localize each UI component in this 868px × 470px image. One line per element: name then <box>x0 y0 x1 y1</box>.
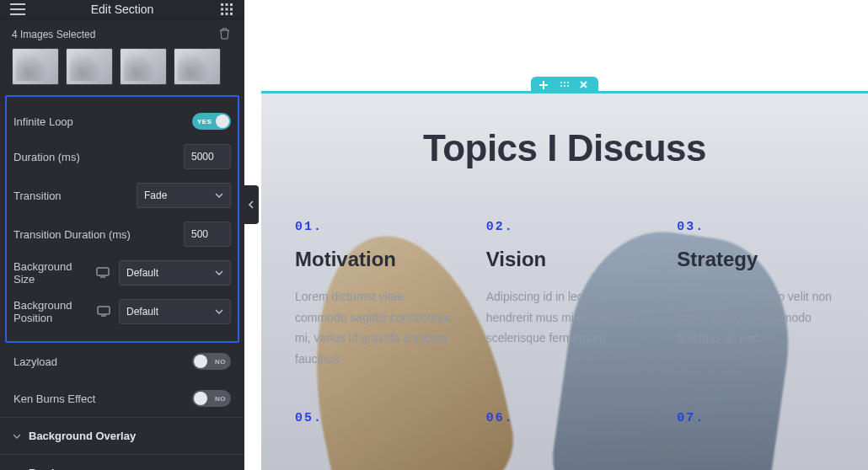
transition-duration-input[interactable] <box>184 222 231 247</box>
canvas-preview: Topics I Discuss 01. Motivation Lorem di… <box>244 0 868 470</box>
topic-title: Motivation <box>295 248 453 271</box>
chevron-down-icon <box>215 193 223 198</box>
image-thumb[interactable] <box>174 48 221 85</box>
sidebar-header: Edit Section <box>0 0 244 19</box>
lazyload-label: Lazyload <box>13 355 192 368</box>
svg-rect-10 <box>98 307 110 314</box>
drag-section-icon[interactable] <box>560 81 570 91</box>
border-accordion[interactable]: Border <box>0 454 244 470</box>
add-section-icon[interactable] <box>539 81 549 91</box>
infinite-loop-toggle[interactable]: YES <box>192 113 231 130</box>
bg-position-label: Background Position <box>13 299 110 324</box>
svg-rect-7 <box>226 13 228 15</box>
duration-input[interactable] <box>184 144 231 169</box>
image-thumbnails <box>12 48 233 85</box>
topic-number: 07. <box>677 411 834 425</box>
svg-rect-0 <box>221 3 223 6</box>
svg-rect-5 <box>230 8 233 11</box>
topic-title: Strategy <box>677 248 834 271</box>
chevron-down-icon <box>215 270 223 275</box>
svg-rect-8 <box>230 13 233 15</box>
topic-text: Lorem dictumst vitae commodo sagittis co… <box>295 286 453 369</box>
svg-point-15 <box>564 85 565 87</box>
chevron-down-icon <box>215 309 223 314</box>
desktop-icon[interactable] <box>96 267 110 279</box>
bg-position-select[interactable]: Default <box>119 299 231 324</box>
images-count-label: 4 Images Selected <box>12 29 95 40</box>
svg-rect-1 <box>226 3 228 6</box>
menu-icon[interactable] <box>8 0 27 19</box>
topic-column: 02. Vision Adipiscing id in lectus hendr… <box>486 220 644 369</box>
svg-rect-2 <box>230 3 233 6</box>
caret-right-icon <box>13 433 20 440</box>
section-controls <box>531 77 598 95</box>
svg-rect-4 <box>226 8 228 11</box>
transition-duration-label: Transition Duration (ms) <box>13 228 184 241</box>
lazyload-toggle[interactable]: NO <box>192 353 231 370</box>
sidebar-title: Edit Section <box>27 3 217 16</box>
topic-text: Adipiscing id in lectus hendrerit mus mi… <box>486 286 644 349</box>
ken-burns-label: Ken Burns Effect <box>13 393 192 405</box>
duration-label: Duration (ms) <box>13 151 184 163</box>
svg-rect-6 <box>221 13 223 15</box>
topic-column: 01. Motivation Lorem dictumst vitae comm… <box>295 220 453 369</box>
svg-point-12 <box>564 82 565 83</box>
topic-number: 05. <box>295 411 453 425</box>
topic-number: 06. <box>486 411 644 425</box>
image-thumb[interactable] <box>66 48 113 85</box>
svg-point-16 <box>567 85 569 87</box>
page-heading: Topics I Discuss <box>295 127 834 169</box>
topic-column: 03. Strategy Commodo sit in odio velit n… <box>677 220 834 369</box>
topic-number: 03. <box>677 220 834 234</box>
svg-point-13 <box>567 82 569 83</box>
svg-rect-9 <box>97 268 109 275</box>
bg-size-select[interactable]: Default <box>119 260 231 286</box>
svg-point-11 <box>560 82 562 83</box>
image-thumb[interactable] <box>12 48 59 85</box>
topic-title: Vision <box>486 248 644 271</box>
images-selected-block: 4 Images Selected <box>0 19 244 95</box>
svg-rect-3 <box>221 8 223 11</box>
infinite-loop-label: Infinite Loop <box>13 115 192 128</box>
slideshow-settings-group: Infinite Loop YES Duration (ms) Transiti… <box>5 95 239 343</box>
ken-burns-toggle[interactable]: NO <box>192 390 231 407</box>
close-section-icon[interactable] <box>580 81 590 91</box>
transition-label: Transition <box>13 190 137 202</box>
bg-size-label: Background Size <box>13 260 110 286</box>
apps-grid-icon[interactable] <box>217 0 236 19</box>
desktop-icon[interactable] <box>97 306 110 318</box>
image-thumb[interactable] <box>120 48 167 85</box>
section-frame[interactable]: Topics I Discuss 01. Motivation Lorem di… <box>261 91 868 470</box>
topic-number: 01. <box>295 220 453 234</box>
background-overlay-accordion[interactable]: Background Overlay <box>0 417 244 454</box>
topic-text: Commodo sit in odio velit non lacus, rho… <box>677 286 834 349</box>
svg-point-14 <box>560 85 562 87</box>
transition-select[interactable]: Fade <box>137 183 231 208</box>
collapse-panel-button[interactable] <box>244 185 259 224</box>
trash-icon[interactable] <box>219 28 233 41</box>
editor-sidebar: Edit Section 4 Images Selected Infinite <box>0 0 244 470</box>
topic-number: 02. <box>486 220 644 234</box>
